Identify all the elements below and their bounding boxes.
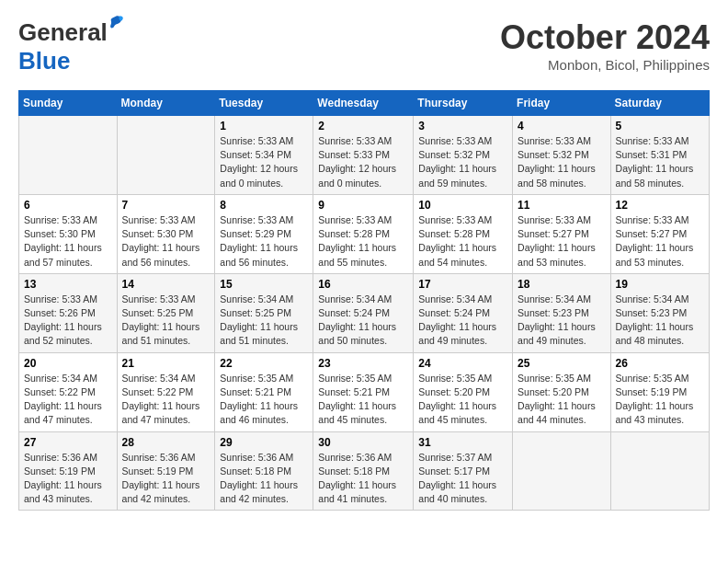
day-number: 23 (318, 357, 408, 370)
day-info: Sunrise: 5:33 AM Sunset: 5:32 PM Dayligh… (418, 134, 507, 190)
day-number: 8 (220, 199, 308, 212)
day-number: 3 (418, 120, 507, 132)
day-info: Sunrise: 5:33 AM Sunset: 5:27 PM Dayligh… (616, 213, 704, 270)
title-section: October 2024 Monbon, Bicol, Philippines (500, 18, 710, 73)
location: Monbon, Bicol, Philippines (500, 57, 710, 73)
calendar-cell: 18Sunrise: 5:34 AM Sunset: 5:23 PM Dayli… (513, 273, 611, 352)
day-info: Sunrise: 5:33 AM Sunset: 5:26 PM Dayligh… (24, 293, 112, 349)
weekday-header-friday: Friday (513, 91, 611, 116)
day-number: 22 (220, 357, 308, 370)
day-number: 15 (220, 278, 308, 291)
week-row-1: 1Sunrise: 5:33 AM Sunset: 5:34 PM Daylig… (19, 116, 710, 195)
calendar-cell: 28Sunrise: 5:36 AM Sunset: 5:19 PM Dayli… (117, 431, 215, 511)
day-number: 21 (122, 357, 210, 370)
day-number: 18 (518, 278, 606, 291)
day-info: Sunrise: 5:35 AM Sunset: 5:20 PM Dayligh… (518, 372, 606, 428)
day-info: Sunrise: 5:33 AM Sunset: 5:28 PM Dayligh… (418, 213, 507, 270)
day-info: Sunrise: 5:33 AM Sunset: 5:29 PM Dayligh… (220, 213, 308, 270)
day-number: 17 (418, 278, 507, 291)
logo-blue: Blue (18, 47, 70, 75)
day-number: 26 (616, 357, 704, 370)
day-number: 5 (616, 120, 704, 132)
calendar-cell: 7Sunrise: 5:33 AM Sunset: 5:30 PM Daylig… (117, 194, 215, 273)
calendar-cell: 15Sunrise: 5:34 AM Sunset: 5:25 PM Dayli… (215, 273, 313, 352)
calendar-cell: 12Sunrise: 5:33 AM Sunset: 5:27 PM Dayli… (610, 194, 709, 273)
day-number: 14 (122, 278, 210, 291)
calendar-cell: 3Sunrise: 5:33 AM Sunset: 5:32 PM Daylig… (414, 116, 513, 195)
day-number: 29 (220, 436, 308, 449)
day-number: 16 (318, 278, 408, 291)
calendar-cell: 9Sunrise: 5:33 AM Sunset: 5:28 PM Daylig… (313, 194, 414, 273)
day-info: Sunrise: 5:34 AM Sunset: 5:22 PM Dayligh… (24, 372, 112, 428)
weekday-header-row: SundayMondayTuesdayWednesdayThursdayFrid… (19, 91, 710, 116)
calendar-cell: 5Sunrise: 5:33 AM Sunset: 5:31 PM Daylig… (610, 116, 709, 195)
calendar-cell: 14Sunrise: 5:33 AM Sunset: 5:25 PM Dayli… (117, 273, 215, 352)
calendar-cell: 29Sunrise: 5:36 AM Sunset: 5:18 PM Dayli… (215, 431, 313, 511)
day-info: Sunrise: 5:34 AM Sunset: 5:23 PM Dayligh… (616, 293, 704, 349)
day-number: 20 (24, 357, 112, 370)
day-number: 6 (24, 199, 112, 212)
calendar-cell: 30Sunrise: 5:36 AM Sunset: 5:18 PM Dayli… (313, 431, 414, 511)
calendar-cell: 22Sunrise: 5:35 AM Sunset: 5:21 PM Dayli… (215, 352, 313, 431)
logo-bird-icon (108, 15, 124, 31)
day-number: 4 (518, 120, 606, 132)
day-info: Sunrise: 5:34 AM Sunset: 5:25 PM Dayligh… (220, 293, 308, 349)
day-number: 19 (616, 278, 704, 291)
calendar-cell: 17Sunrise: 5:34 AM Sunset: 5:24 PM Dayli… (414, 273, 513, 352)
day-number: 28 (122, 436, 210, 449)
day-info: Sunrise: 5:34 AM Sunset: 5:24 PM Dayligh… (418, 293, 507, 349)
day-info: Sunrise: 5:33 AM Sunset: 5:30 PM Dayligh… (122, 213, 210, 270)
day-number: 12 (616, 199, 704, 212)
calendar-cell: 16Sunrise: 5:34 AM Sunset: 5:24 PM Dayli… (313, 273, 414, 352)
weekday-header-monday: Monday (117, 91, 215, 116)
day-info: Sunrise: 5:35 AM Sunset: 5:20 PM Dayligh… (418, 372, 507, 428)
week-row-5: 27Sunrise: 5:36 AM Sunset: 5:19 PM Dayli… (19, 431, 710, 511)
day-info: Sunrise: 5:33 AM Sunset: 5:28 PM Dayligh… (318, 213, 408, 270)
day-info: Sunrise: 5:35 AM Sunset: 5:19 PM Dayligh… (616, 372, 704, 428)
day-info: Sunrise: 5:36 AM Sunset: 5:19 PM Dayligh… (24, 451, 112, 507)
day-number: 13 (24, 278, 112, 291)
day-number: 2 (318, 120, 408, 132)
calendar-cell: 27Sunrise: 5:36 AM Sunset: 5:19 PM Dayli… (19, 431, 118, 511)
day-number: 11 (518, 199, 606, 212)
day-number: 7 (122, 199, 210, 212)
day-info: Sunrise: 5:33 AM Sunset: 5:27 PM Dayligh… (518, 213, 606, 270)
day-info: Sunrise: 5:35 AM Sunset: 5:21 PM Dayligh… (318, 372, 408, 428)
calendar-cell (117, 116, 215, 195)
weekday-header-wednesday: Wednesday (313, 91, 414, 116)
calendar-cell: 11Sunrise: 5:33 AM Sunset: 5:27 PM Dayli… (513, 194, 611, 273)
day-info: Sunrise: 5:33 AM Sunset: 5:33 PM Dayligh… (318, 134, 408, 190)
day-info: Sunrise: 5:33 AM Sunset: 5:31 PM Dayligh… (616, 134, 704, 190)
weekday-header-saturday: Saturday (610, 91, 709, 116)
calendar-cell: 1Sunrise: 5:33 AM Sunset: 5:34 PM Daylig… (215, 116, 313, 195)
weekday-header-thursday: Thursday (414, 91, 513, 116)
calendar-cell: 23Sunrise: 5:35 AM Sunset: 5:21 PM Dayli… (313, 352, 414, 431)
calendar-cell: 6Sunrise: 5:33 AM Sunset: 5:30 PM Daylig… (19, 194, 118, 273)
day-number: 31 (418, 436, 507, 449)
day-info: Sunrise: 5:33 AM Sunset: 5:34 PM Dayligh… (220, 134, 308, 190)
calendar-cell: 31Sunrise: 5:37 AM Sunset: 5:17 PM Dayli… (414, 431, 513, 511)
calendar-table: SundayMondayTuesdayWednesdayThursdayFrid… (18, 90, 710, 511)
calendar-cell: 24Sunrise: 5:35 AM Sunset: 5:20 PM Dayli… (414, 352, 513, 431)
day-info: Sunrise: 5:34 AM Sunset: 5:23 PM Dayligh… (518, 293, 606, 349)
calendar-cell: 4Sunrise: 5:33 AM Sunset: 5:32 PM Daylig… (513, 116, 611, 195)
week-row-3: 13Sunrise: 5:33 AM Sunset: 5:26 PM Dayli… (19, 273, 710, 352)
day-number: 9 (318, 199, 408, 212)
logo: General Blue (18, 18, 108, 75)
weekday-header-sunday: Sunday (19, 91, 118, 116)
day-info: Sunrise: 5:33 AM Sunset: 5:25 PM Dayligh… (122, 293, 210, 349)
calendar-cell: 20Sunrise: 5:34 AM Sunset: 5:22 PM Dayli… (19, 352, 118, 431)
day-info: Sunrise: 5:35 AM Sunset: 5:21 PM Dayligh… (220, 372, 308, 428)
day-number: 10 (418, 199, 507, 212)
weekday-header-tuesday: Tuesday (215, 91, 313, 116)
day-number: 1 (220, 120, 308, 132)
day-info: Sunrise: 5:37 AM Sunset: 5:17 PM Dayligh… (418, 451, 507, 507)
day-info: Sunrise: 5:33 AM Sunset: 5:30 PM Dayligh… (24, 213, 112, 270)
day-info: Sunrise: 5:34 AM Sunset: 5:24 PM Dayligh… (318, 293, 408, 349)
calendar-cell: 8Sunrise: 5:33 AM Sunset: 5:29 PM Daylig… (215, 194, 313, 273)
calendar-cell (19, 116, 118, 195)
day-number: 24 (418, 357, 507, 370)
day-info: Sunrise: 5:36 AM Sunset: 5:18 PM Dayligh… (318, 451, 408, 507)
calendar-body: 1Sunrise: 5:33 AM Sunset: 5:34 PM Daylig… (19, 116, 710, 511)
calendar-cell: 25Sunrise: 5:35 AM Sunset: 5:20 PM Dayli… (513, 352, 611, 431)
